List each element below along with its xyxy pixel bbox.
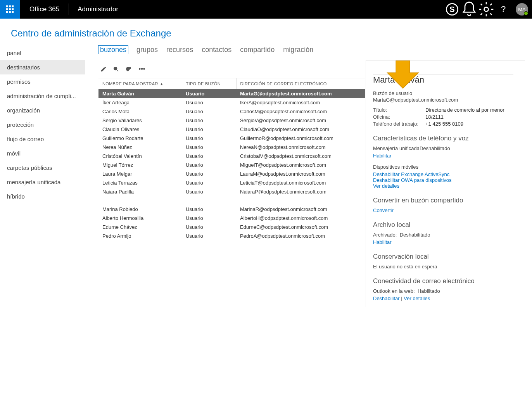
app-launcher-button[interactable]	[0, 0, 20, 19]
notifications-icon[interactable]	[461, 0, 478, 19]
um-label: Mensajería unificada	[373, 145, 420, 151]
section-phone-voice: Características de teléfono y voz	[373, 135, 513, 142]
detail-office-v: 18/2111	[425, 114, 444, 120]
table-row[interactable]: Marta GalvánUsuarioMartaG@odpsdptest.onm…	[98, 89, 365, 98]
section-hold: Conservación local	[373, 253, 513, 261]
table-row[interactable]: Íker ArteagaUsuarioIkerA@odpsdptest.onmi…	[98, 98, 365, 107]
enable-archive-link[interactable]: Habilitar	[373, 239, 513, 245]
edit-icon[interactable]	[100, 66, 107, 73]
more-icon[interactable]: •••	[137, 66, 147, 73]
table-row[interactable]: Pedro ArmijoUsuarioPedroA@odpsdptest.onm…	[98, 232, 365, 240]
table-row[interactable]: Laura MelgarUsuarioLauraM@odpsdptest.onm…	[98, 169, 365, 178]
col-email[interactable]: DIRECCIÓN DE CORREO ELECTRÓNICO	[236, 78, 365, 90]
product-name[interactable]: Office 365	[20, 3, 69, 15]
cell-email: CristobalV@odpsdptest.onmicrosoft.com	[236, 152, 365, 161]
user-avatar[interactable]: MA	[516, 3, 528, 16]
cell-name: Guillermo Rodarte	[98, 134, 182, 143]
convert-link[interactable]: Convertir	[373, 207, 513, 213]
sidebar-item-9[interactable]: mensajería unificada	[0, 175, 85, 189]
table-row[interactable]: Carlos MotaUsuarioCarlosM@odpsdptest.onm…	[98, 107, 365, 116]
sidebar-item-0[interactable]: panel	[0, 46, 85, 60]
page-title: Centro de administración de Exchange	[0, 19, 532, 46]
detail-office-k: Oficina:	[373, 114, 425, 120]
cell-type: Usuario	[182, 107, 236, 116]
svg-rect-1	[9, 5, 11, 7]
disable-owa-link[interactable]: Deshabilitar OWA para dispositivos	[373, 177, 513, 183]
cell-email: IkerA@odpsdptest.onmicrosoft.com	[236, 98, 365, 107]
table-row[interactable]: Alberto HermosillaUsuarioAlbertoH@odpsdp…	[98, 214, 365, 223]
tab-compartido[interactable]: compartido	[240, 46, 275, 54]
view-details-link[interactable]: Ver detalles	[373, 183, 513, 189]
table-row[interactable]: Leticia TerrazasUsuarioLeticiaT@odpsdpte…	[98, 178, 365, 187]
table-row[interactable]: Marina RobledoUsuarioMarinaR@odpsdptest.…	[98, 205, 365, 214]
refresh-icon[interactable]	[125, 66, 132, 73]
sidebar-item-3[interactable]: administración de cumpli...	[0, 89, 85, 103]
tab-recursos[interactable]: recursos	[166, 46, 193, 54]
role-name[interactable]: Administrador	[69, 5, 127, 13]
cell-type: Usuario	[182, 205, 236, 214]
tab-contactos[interactable]: contactos	[202, 46, 231, 54]
svg-point-11	[484, 7, 489, 12]
svg-rect-8	[12, 11, 14, 13]
table-row[interactable]: Edurne ChávezUsuarioEdurneC@odpsdptest.o…	[98, 223, 365, 232]
svg-rect-6	[6, 11, 8, 13]
table-row[interactable]: Cristóbal ValentínUsuarioCristobalV@odps…	[98, 152, 365, 161]
cell-type: Usuario	[182, 116, 236, 125]
detail-email: MartaG@odpsdptest.onmicrosoft.com	[373, 97, 513, 103]
cell-name: Naiara Padilla	[98, 187, 182, 196]
settings-icon[interactable]	[478, 0, 495, 19]
table-row[interactable]: Naiara PadillaUsuarioNaiaraP@odpsdptest.…	[98, 187, 365, 196]
cell-type: Usuario	[182, 125, 236, 134]
table-row[interactable]: Nerea NúñezUsuarioNereaN@odpsdptest.onmi…	[98, 143, 365, 152]
section-archive: Archivo local	[373, 221, 513, 229]
sidebar-item-4[interactable]: organización	[0, 103, 85, 118]
cell-name: Claudia Olivares	[98, 125, 182, 134]
cell-name: Nerea Núñez	[98, 143, 182, 152]
cell-type: Usuario	[182, 223, 236, 232]
cell-name: Marta Galván	[98, 89, 182, 98]
table-row[interactable]: Guillermo RodarteUsuarioGuillermoR@odpsd…	[98, 134, 365, 143]
cell-name: Leticia Terrazas	[98, 178, 182, 187]
archived-v: Deshabilitado	[400, 232, 430, 238]
col-name[interactable]: NOMBRE PARA MOSTRAR▲	[98, 78, 182, 90]
sidebar-item-1[interactable]: destinatarios	[0, 60, 85, 74]
skype-icon[interactable]: S	[444, 0, 461, 19]
archived-k: Archivado:	[373, 232, 397, 238]
tab-buzones[interactable]: buzones	[98, 46, 128, 54]
mobile-label: Dispositivos móviles	[373, 164, 513, 170]
table-row[interactable]: Sergio ValladaresUsuarioSergioV@odpsdpte…	[98, 116, 365, 125]
svg-rect-5	[12, 8, 14, 10]
cell-type: Usuario	[182, 178, 236, 187]
cell-email: EdurneC@odpsdptest.onmicrosoft.com	[236, 223, 365, 232]
svg-rect-4	[9, 8, 11, 10]
sidebar-item-2[interactable]: permisos	[0, 74, 85, 89]
cell-email: AlbertoH@odpsdptest.onmicrosoft.com	[236, 214, 365, 223]
disable-owa-web-link[interactable]: Deshabilitar	[373, 296, 400, 301]
sidebar-item-10[interactable]: híbrido	[0, 189, 85, 204]
cell-type: Usuario	[182, 143, 236, 152]
section-connectivity: Conectividad de correo electrónico	[373, 277, 513, 285]
tab-grupos[interactable]: grupos	[136, 46, 158, 54]
col-type[interactable]: TIPO DE BUZÓN	[182, 78, 236, 90]
tabs: buzonesgruposrecursoscontactoscompartido…	[98, 46, 532, 60]
owa-k: Outlook en la web:	[373, 288, 415, 294]
table-row[interactable]: Claudia OlivaresUsuarioClaudiaO@odpsdpte…	[98, 125, 365, 134]
enable-um-link[interactable]: Habilitar	[373, 153, 513, 159]
cell-email: SergioV@odpsdptest.onmicrosoft.com	[236, 116, 365, 125]
tab-migración[interactable]: migración	[283, 46, 313, 54]
section-convert: Convertir en buzón compartido	[373, 197, 513, 204]
cell-type: Usuario	[182, 98, 236, 107]
sidebar-item-5[interactable]: protección	[0, 118, 85, 132]
cell-name: Cristóbal Valentín	[98, 152, 182, 161]
sidebar-item-6[interactable]: flujo de correo	[0, 132, 85, 146]
um-value: Deshabilitado	[420, 145, 450, 151]
cell-name: Íker Arteaga	[98, 98, 182, 107]
cell-email: PedroA@odpsdptest.onmicrosoft.com	[236, 232, 365, 240]
disable-eas-link[interactable]: Deshabilitar Exchange ActiveSync	[373, 171, 513, 177]
table-row[interactable]: Miguel TórrezUsuarioMiguelT@odpsdptest.o…	[98, 161, 365, 169]
sidebar-item-7[interactable]: móvil	[0, 146, 85, 161]
help-icon[interactable]: ?	[495, 0, 512, 19]
owa-details-link[interactable]: Ver detalles	[404, 296, 430, 301]
sidebar-item-8[interactable]: carpetas públicas	[0, 161, 85, 175]
search-icon[interactable]	[112, 66, 119, 73]
